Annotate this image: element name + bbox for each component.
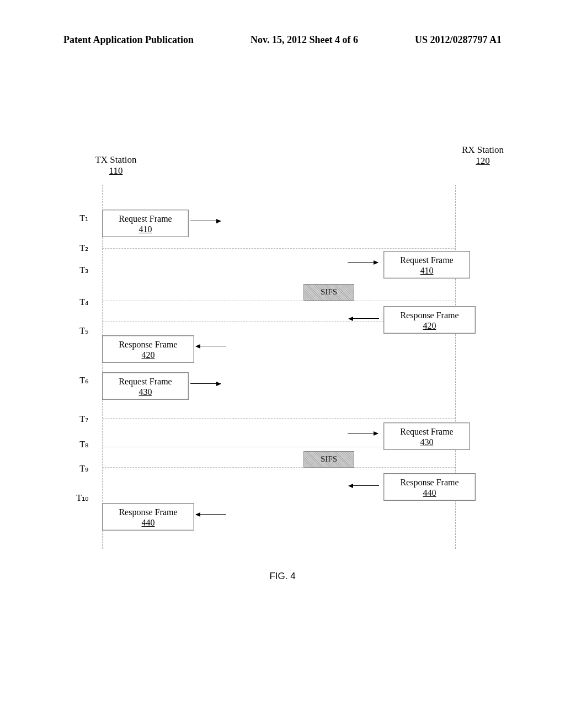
- arrow-icon: [348, 262, 378, 263]
- frame-ref: 440: [384, 488, 475, 498]
- arrow-icon: [196, 346, 226, 346]
- time-label-t1: T₁: [66, 213, 88, 223]
- rx-station-name: RX Station: [452, 144, 513, 156]
- arrow-icon: [196, 514, 226, 515]
- rx-request-frame-430: Request Frame 430: [383, 422, 470, 450]
- arrow-icon: [348, 433, 378, 433]
- sequence-diagram: TX Station 110 RX Station 120 T₁ T₂ T₃ T…: [66, 154, 486, 552]
- time-label-t2: T₂: [66, 243, 88, 253]
- tx-station-ref: 110: [86, 165, 146, 176]
- sifs-interval-2: SIFS: [303, 451, 354, 468]
- rx-request-frame-410: Request Frame 410: [383, 251, 470, 279]
- frame-ref: 420: [103, 350, 194, 360]
- time-label-t7: T₇: [66, 414, 88, 424]
- tx-station-label: TX Station 110: [86, 154, 146, 176]
- arrow-icon: [349, 485, 379, 486]
- rx-station-label: RX Station 120: [452, 144, 513, 167]
- arrow-icon: [190, 221, 221, 221]
- tx-request-frame-430: Request Frame 430: [102, 372, 189, 400]
- frame-ref: 410: [103, 224, 188, 234]
- arrow-icon: [190, 383, 221, 384]
- sifs-interval-1: SIFS: [303, 284, 354, 301]
- figure-caption: FIG. 4: [0, 571, 565, 582]
- rx-response-frame-420: Response Frame 420: [383, 306, 476, 334]
- frame-label: Request Frame: [103, 376, 188, 387]
- time-label-t3: T₃: [66, 265, 88, 275]
- arrow-icon: [349, 318, 379, 319]
- frame-ref: 410: [384, 265, 470, 276]
- tx-response-frame-420: Response Frame 420: [102, 335, 194, 363]
- frame-label: Request Frame: [103, 213, 188, 224]
- frame-ref: 430: [103, 387, 188, 397]
- rx-response-frame-440: Response Frame 440: [383, 473, 476, 501]
- frame-label: Request Frame: [384, 255, 470, 265]
- tx-request-frame-410: Request Frame 410: [102, 210, 189, 237]
- page-header: Patent Application Publication Nov. 15, …: [0, 34, 565, 46]
- frame-label: Response Frame: [384, 310, 475, 320]
- time-label-t9: T₉: [66, 463, 88, 474]
- time-label-t10: T₁₀: [66, 493, 88, 503]
- frame-label: Response Frame: [103, 507, 194, 517]
- tx-timeline: [102, 185, 103, 549]
- frame-ref: 430: [384, 437, 470, 447]
- frame-label: Request Frame: [384, 426, 470, 437]
- header-right: US 2012/0287797 A1: [415, 34, 502, 46]
- header-left: Patent Application Publication: [63, 34, 194, 46]
- rx-station-ref: 120: [452, 156, 513, 167]
- tx-station-name: TX Station: [86, 154, 146, 165]
- frame-ref: 440: [103, 517, 194, 528]
- time-label-t6: T₆: [66, 375, 88, 386]
- tx-response-frame-440: Response Frame 440: [102, 503, 194, 531]
- time-label-t8: T₈: [66, 439, 88, 449]
- frame-label: Response Frame: [103, 339, 194, 350]
- frame-ref: 420: [384, 320, 475, 331]
- time-label-t5: T₅: [66, 325, 88, 336]
- time-label-t4: T₄: [66, 297, 88, 307]
- header-center: Nov. 15, 2012 Sheet 4 of 6: [250, 34, 358, 46]
- frame-label: Response Frame: [384, 477, 475, 488]
